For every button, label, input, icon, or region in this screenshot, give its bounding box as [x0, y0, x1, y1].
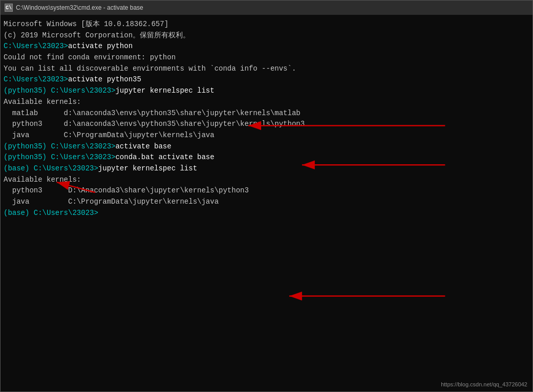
- terminal-line: java C:\ProgramData\jupyter\kernels\java: [4, 130, 529, 141]
- terminal-line: C:\Users\23023>activate python: [4, 41, 529, 52]
- terminal-content: Microsoft Windows [版本 10.0.18362.657](c)…: [4, 19, 529, 219]
- title-bar-text: C:\Windows\system32\cmd.exe - activate b…: [16, 4, 143, 11]
- terminal-line: (c) 2019 Microsoft Corporation。保留所有权利。: [4, 30, 529, 41]
- terminal-line: (python35) C:\Users\23023>jupyter kernel…: [4, 85, 529, 97]
- terminal-line: java C:\ProgramData\jupyter\kernels\java: [4, 197, 529, 208]
- terminal-line: (base) C:\Users\23023>: [4, 208, 529, 219]
- terminal-line: Could not find conda environment: python: [4, 52, 529, 63]
- terminal-line: Available kernels:: [4, 97, 529, 108]
- terminal-line: (python35) C:\Users\23023>activate base: [4, 141, 529, 153]
- watermark: https://blog.csdn.net/qq_43726042: [441, 381, 527, 387]
- terminal-line: C:\Users\23023>activate python35: [4, 74, 529, 85]
- terminal-line: python3 d:\anaconda3\envs\python35\share…: [4, 119, 529, 130]
- terminal-line: (python35) C:\Users\23023>conda.bat acti…: [4, 152, 529, 163]
- cmd-icon: C\: [5, 4, 13, 12]
- cmd-window: C\ C:\Windows\system32\cmd.exe - activat…: [0, 0, 533, 392]
- terminal-line: Available kernels:: [4, 175, 529, 186]
- terminal-line: (base) C:\Users\23023>jupyter kernelspec…: [4, 163, 529, 175]
- terminal-line: You can list all discoverable environmen…: [4, 63, 529, 75]
- terminal-line: matlab d:\anaconda3\envs\python35\share\…: [4, 108, 529, 119]
- title-bar: C\ C:\Windows\system32\cmd.exe - activat…: [1, 1, 532, 15]
- terminal-line: Microsoft Windows [版本 10.0.18362.657]: [4, 19, 529, 30]
- terminal-body: Microsoft Windows [版本 10.0.18362.657](c)…: [1, 15, 532, 391]
- terminal-line: python3 D:\Anaconda3\share\jupyter\kerne…: [4, 185, 529, 197]
